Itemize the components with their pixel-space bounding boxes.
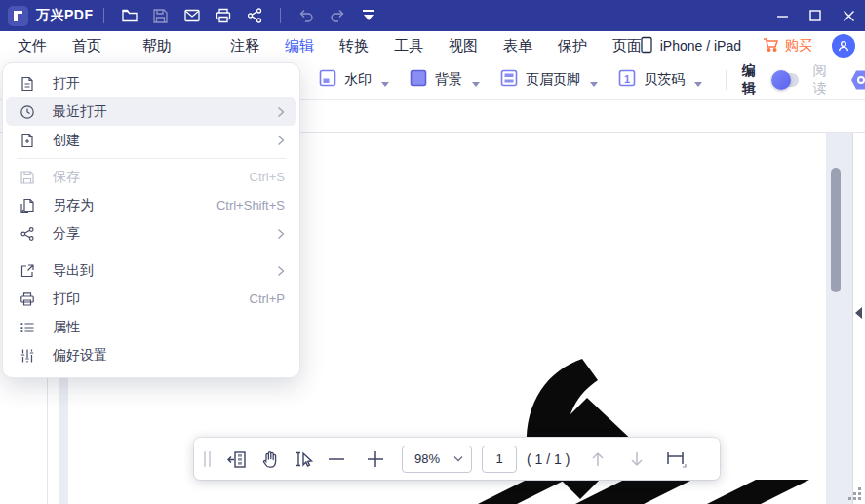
edit-read-toggle[interactable] xyxy=(774,73,799,87)
thumbnail-panel-toggle-icon[interactable] xyxy=(220,444,254,475)
menu-separator xyxy=(17,158,286,159)
menu-separator xyxy=(17,252,286,252)
submenu-chevron-icon xyxy=(277,106,285,118)
collapse-panel-arrow-icon[interactable] xyxy=(855,307,862,319)
user-avatar[interactable] xyxy=(832,34,855,58)
background-icon xyxy=(409,68,428,92)
document-icon xyxy=(19,75,35,92)
titlebar-divider xyxy=(103,8,104,23)
email-icon[interactable] xyxy=(177,3,208,28)
hexagon-badge-icon[interactable] xyxy=(849,69,865,91)
menu-item-recent-open[interactable]: 最近打开 xyxy=(6,97,296,126)
buy-button[interactable]: 购买 xyxy=(763,37,812,56)
menu-item-print[interactable]: 打印 Ctrl+P xyxy=(6,285,296,313)
menu-tab-form[interactable]: 表单 xyxy=(503,37,532,56)
watermark-button[interactable]: 水印 xyxy=(310,62,397,97)
menu-item-label: 打印 xyxy=(53,291,80,308)
share-icon xyxy=(19,225,35,242)
chevron-down-icon xyxy=(694,82,702,87)
header-footer-icon xyxy=(499,68,519,92)
submenu-chevron-icon xyxy=(277,265,285,277)
maximize-button[interactable] xyxy=(799,0,832,31)
chevron-down-icon xyxy=(381,82,389,87)
save-icon[interactable] xyxy=(145,3,177,28)
menu-item-shortcut: Ctrl+S xyxy=(250,170,285,184)
menu-tab-help[interactable]: 帮助 xyxy=(142,37,172,56)
redo-icon[interactable] xyxy=(322,3,353,28)
background-label: 背景 xyxy=(435,71,462,89)
header-footer-label: 页眉页脚 xyxy=(526,71,580,89)
print-icon xyxy=(19,291,35,307)
menu-item-properties[interactable]: 属性 xyxy=(6,313,296,341)
menu-item-create[interactable]: 创建 xyxy=(6,126,296,154)
buy-label: 购买 xyxy=(785,37,812,55)
next-page-icon[interactable] xyxy=(620,444,653,475)
zoom-out-icon[interactable] xyxy=(320,444,353,475)
new-document-icon xyxy=(19,132,35,148)
menu-tab-view[interactable]: 视图 xyxy=(449,37,478,56)
watermark-icon xyxy=(318,68,337,92)
svg-text:1: 1 xyxy=(624,73,630,85)
properties-list-icon xyxy=(19,319,35,335)
menu-item-label: 打开 xyxy=(53,75,80,93)
menu-item-label: 分享 xyxy=(53,225,80,243)
select-tool-icon[interactable] xyxy=(287,444,320,475)
scrollbar-thumb[interactable] xyxy=(831,168,841,292)
undo-icon[interactable] xyxy=(291,3,322,28)
customize-toolbar-caret-icon[interactable] xyxy=(353,3,384,28)
fit-width-icon[interactable] xyxy=(659,444,692,475)
menu-item-label: 导出到 xyxy=(53,262,94,280)
submenu-chevron-icon xyxy=(277,228,285,240)
page-count-indicator: ( 1 / 1 ) xyxy=(527,451,570,467)
scrollbar-track[interactable] xyxy=(826,133,852,504)
menu-item-shortcut: Ctrl+Shift+S xyxy=(216,198,285,213)
preferences-sliders-icon xyxy=(19,347,35,364)
titlebar-divider xyxy=(280,8,281,23)
menu-item-label: 偏好设置 xyxy=(53,347,107,365)
menu-tab-edit[interactable]: 编辑 xyxy=(285,37,314,56)
file-menu-dropdown: 打开 最近打开 创建 保存 Ctrl+S xyxy=(2,62,300,378)
menu-tab-tools[interactable]: 工具 xyxy=(394,37,423,56)
menu-tab-home[interactable]: 首页 xyxy=(72,37,101,56)
page-number-input[interactable] xyxy=(482,446,517,473)
menu-item-share[interactable]: 分享 xyxy=(6,219,296,248)
header-footer-button[interactable]: 页眉页脚 xyxy=(491,62,606,97)
save-icon xyxy=(19,169,35,185)
menu-tab-file[interactable]: 文件 xyxy=(18,37,47,56)
toolbar-drag-handle[interactable] xyxy=(204,451,211,467)
bates-number-icon: 1 xyxy=(617,68,637,92)
menu-item-label: 最近打开 xyxy=(53,103,107,121)
menu-item-label: 属性 xyxy=(53,319,80,336)
menu-tab-comment[interactable]: 注释 xyxy=(230,37,259,56)
menu-tab-protect[interactable]: 保护 xyxy=(558,37,587,56)
toggle-knob xyxy=(771,70,791,90)
save-as-icon xyxy=(19,197,35,213)
background-button[interactable]: 背景 xyxy=(401,62,488,97)
zoom-in-icon[interactable] xyxy=(359,444,392,475)
menu-item-open[interactable]: 打开 xyxy=(6,69,296,97)
open-folder-icon[interactable] xyxy=(114,3,145,28)
menu-item-save-as[interactable]: 另存为 Ctrl+Shift+S xyxy=(6,191,296,219)
menu-tab-convert[interactable]: 转换 xyxy=(339,37,369,56)
phone-icon xyxy=(640,36,653,57)
menu-item-preferences[interactable]: 偏好设置 xyxy=(6,341,296,369)
menu-item-label: 创建 xyxy=(53,132,80,149)
print-icon[interactable] xyxy=(208,3,239,28)
device-link[interactable]: iPhone / iPad xyxy=(640,36,741,57)
menu-item-export-to[interactable]: 导出到 xyxy=(6,256,296,285)
ribbon-divider xyxy=(726,70,727,90)
minimize-button[interactable] xyxy=(766,0,799,31)
clock-icon xyxy=(19,103,35,120)
menu-item-label: 保存 xyxy=(53,169,80,186)
close-button[interactable] xyxy=(832,0,865,31)
titlebar: 万兴PDF xyxy=(0,0,865,31)
zoom-level-select[interactable]: 98% xyxy=(402,446,472,473)
right-panel-rail xyxy=(852,133,865,504)
share-icon[interactable] xyxy=(239,3,270,28)
hand-tool-icon[interactable] xyxy=(254,444,287,475)
page-navigation-toolbar: 98% ( 1 / 1 ) xyxy=(194,438,720,480)
resize-grip-icon[interactable] xyxy=(846,487,862,501)
previous-page-icon[interactable] xyxy=(581,444,614,475)
bates-button[interactable]: 1 贝茨码 xyxy=(609,62,710,97)
menu-tab-page[interactable]: 页面 xyxy=(612,37,642,56)
